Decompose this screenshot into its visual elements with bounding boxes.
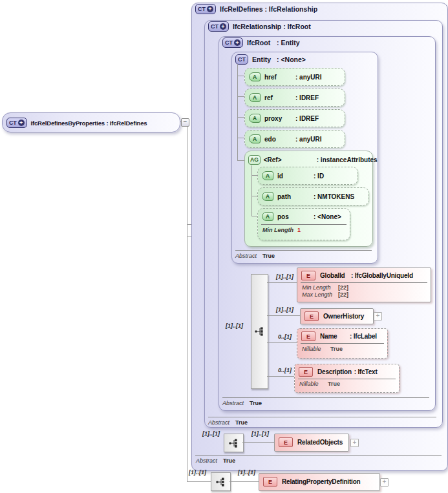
connector bbox=[251, 216, 257, 216]
connector bbox=[251, 165, 252, 216]
sequence-icon bbox=[228, 438, 240, 448]
cardinality-label: [1]..[1] bbox=[238, 469, 255, 476]
element-icon: E bbox=[279, 437, 293, 447]
schema-diagram-canvas: CT+ IfcRelDefines : IfcRelationship CT+ … bbox=[0, 0, 448, 493]
facet-max-length: Max Length [22] bbox=[297, 291, 431, 298]
facet-min-length: Min Length 1 bbox=[258, 225, 350, 233]
connector bbox=[242, 442, 274, 443]
connector bbox=[267, 342, 297, 343]
cardinality-label: [1]..[1] bbox=[251, 430, 269, 437]
attribute-box-ref[interactable]: A ref: IDREF bbox=[244, 89, 345, 107]
cardinality-label: 0..[1] bbox=[278, 367, 292, 373]
element-box-name[interactable]: E Name: IfcLabel Nillable True bbox=[297, 328, 388, 359]
derived-plus-icon: + bbox=[234, 39, 240, 46]
element-box-relatedobjects[interactable]: E RelatedObjects bbox=[274, 434, 349, 452]
divider bbox=[235, 250, 372, 251]
expand-button[interactable]: + bbox=[380, 478, 389, 487]
divider bbox=[195, 455, 442, 456]
attribute-group-header: AG <Ref>: instanceAttributes bbox=[248, 155, 378, 165]
attribute-icon: A bbox=[262, 192, 273, 201]
expand-button[interactable]: + bbox=[374, 312, 382, 320]
connector bbox=[237, 96, 244, 97]
connector bbox=[237, 76, 244, 76]
cardinality-label: [1]..[1] bbox=[276, 306, 293, 313]
complex-type-icon: CT+ bbox=[6, 118, 27, 128]
element-box-ownerhistory[interactable]: E OwnerHistory bbox=[300, 308, 374, 324]
attribute-icon: A bbox=[249, 114, 261, 123]
attribute-icon: A bbox=[262, 171, 273, 180]
facet-nillable: Nillable True bbox=[297, 344, 387, 352]
connector bbox=[267, 376, 294, 377]
type-header-ifcreldefines: CT+ IfcRelDefines : IfcRelationship bbox=[195, 4, 317, 14]
element-icon: E bbox=[299, 367, 313, 377]
complex-type-icon: CT+ bbox=[195, 4, 216, 14]
facet-min-length: Min Length [22] bbox=[297, 283, 431, 291]
connector bbox=[251, 196, 257, 196]
cardinality-label: [1]..[1] bbox=[226, 322, 243, 329]
abstract-facet-entity: Abstract True bbox=[235, 253, 275, 259]
complex-type-icon: CT bbox=[235, 54, 248, 65]
connector bbox=[267, 315, 300, 316]
element-icon: E bbox=[301, 271, 315, 280]
expand-button[interactable]: + bbox=[350, 439, 359, 447]
attribute-box-path[interactable]: A path: NMTOKENS bbox=[257, 187, 369, 205]
element-box-description[interactable]: E Description: IfcText Nillable True bbox=[294, 364, 400, 393]
element-icon: E bbox=[263, 477, 277, 487]
attribute-icon: A bbox=[249, 134, 261, 143]
connector bbox=[251, 175, 257, 176]
type-header-ifcrelationship: CT+ IfcRelationship : IfcRoot bbox=[208, 21, 311, 32]
cardinality-label: [1]..[1] bbox=[189, 469, 206, 476]
sequence-icon bbox=[215, 477, 227, 487]
attribute-box-proxy[interactable]: A proxy: IDREF bbox=[244, 109, 345, 127]
type-header-ifcroot: CT+ IfcRoot: Entity bbox=[222, 37, 300, 48]
attribute-box-id[interactable]: A id: ID bbox=[257, 167, 358, 185]
type-header-entity: CT Entity: <None> bbox=[235, 54, 306, 65]
collapse-button[interactable]: − bbox=[181, 118, 189, 127]
element-icon: E bbox=[304, 311, 319, 321]
complex-type-icon: CT+ bbox=[222, 37, 243, 48]
connector bbox=[237, 64, 238, 161]
complex-type-icon: CT+ bbox=[208, 21, 229, 32]
element-box-relatingpropertydefinition[interactable]: E RelatingPropertyDefinition bbox=[259, 473, 380, 491]
sequence-icon bbox=[254, 326, 266, 337]
cardinality-label: 0..[1] bbox=[278, 333, 292, 340]
cardinality-label: [1]..[1] bbox=[276, 273, 293, 280]
connector bbox=[267, 282, 297, 283]
attribute-box-href[interactable]: A href: anyURI bbox=[244, 68, 345, 86]
abstract-facet-ifcrelationship: Abstract True bbox=[208, 419, 248, 426]
connector bbox=[187, 481, 211, 482]
connector bbox=[237, 138, 244, 138]
element-box-globalid[interactable]: E GlobalId: IfcGloballyUniqueId Min Leng… bbox=[297, 267, 431, 302]
abstract-facet-ifcreldefines: Abstract True bbox=[196, 457, 235, 464]
connector bbox=[237, 117, 244, 118]
cardinality-label: [1]..[1] bbox=[202, 430, 220, 437]
divider bbox=[222, 397, 429, 398]
sequence-compositor[interactable] bbox=[224, 434, 244, 452]
attribute-box-edo[interactable]: A edo: anyURI bbox=[244, 130, 345, 148]
connector bbox=[229, 481, 259, 482]
attribute-box-pos[interactable]: A pos: <None> Min Length 1 bbox=[257, 208, 350, 240]
derived-plus-icon: + bbox=[220, 23, 226, 30]
attribute-icon: A bbox=[249, 72, 261, 81]
attribute-group-icon: AG bbox=[248, 155, 261, 165]
sequence-compositor[interactable] bbox=[251, 274, 268, 389]
facet-nillable: Nillable True bbox=[295, 379, 399, 387]
element-icon: E bbox=[301, 331, 315, 341]
attribute-icon: A bbox=[262, 212, 273, 221]
root-element-box[interactable]: CT+ IfcRelDefinesByProperties : IfcRelDe… bbox=[2, 112, 180, 132]
sequence-compositor[interactable] bbox=[211, 472, 231, 491]
derived-plus-icon: + bbox=[18, 120, 25, 126]
abstract-facet-ifcroot: Abstract True bbox=[222, 400, 262, 406]
connector bbox=[237, 160, 244, 161]
derived-plus-icon: + bbox=[207, 6, 213, 12]
attribute-icon: A bbox=[249, 93, 261, 102]
divider bbox=[208, 417, 436, 417]
connector bbox=[187, 121, 187, 482]
